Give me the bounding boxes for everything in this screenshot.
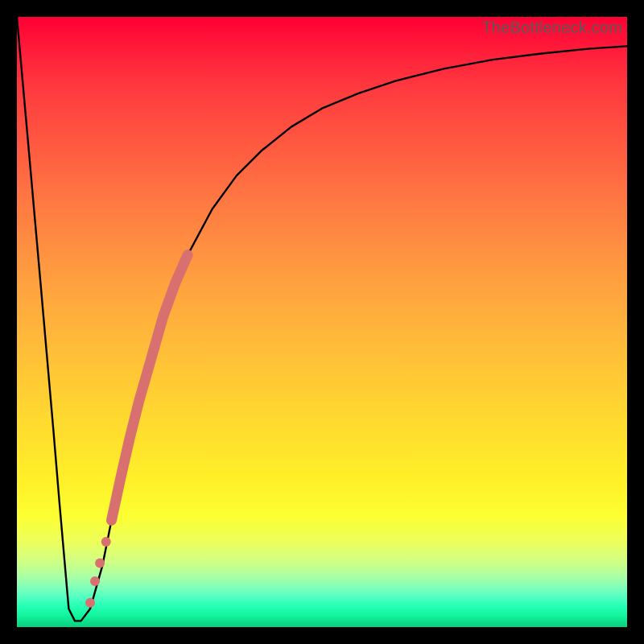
highlight-dot: [85, 598, 95, 608]
chart-svg: [17, 17, 627, 627]
chart-frame: TheBottleneck.com: [0, 0, 644, 644]
highlight-dot: [90, 576, 100, 586]
plot-area: TheBottleneck.com: [17, 17, 627, 627]
bottleneck-curve: [17, 17, 627, 621]
highlight-dot: [95, 558, 105, 568]
highlight-layer: [85, 255, 188, 608]
highlight-dot: [101, 537, 111, 547]
highlight-segment: [112, 255, 188, 521]
curve-layer: [17, 17, 627, 621]
